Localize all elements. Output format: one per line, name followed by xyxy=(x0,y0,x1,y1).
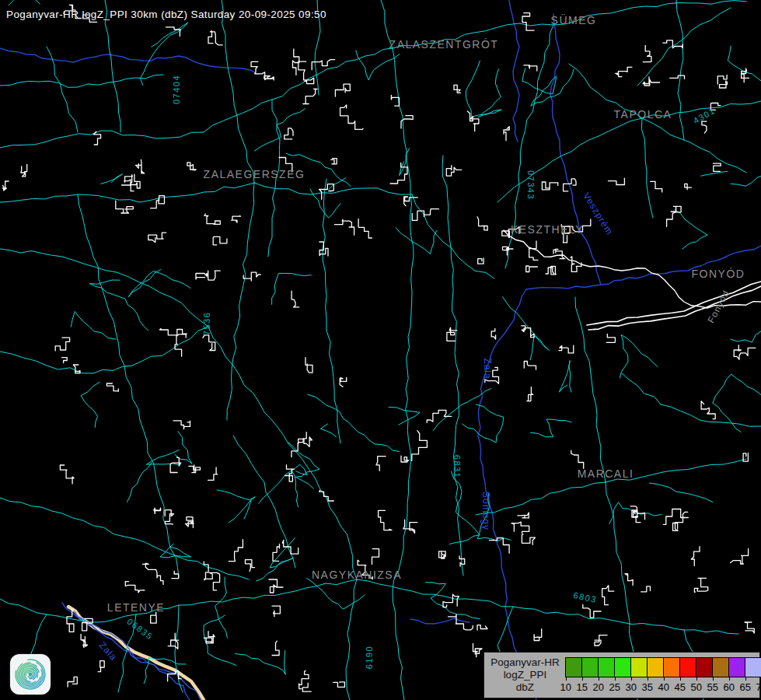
city-label: ZALASZENTGRÓT xyxy=(389,38,499,51)
road-number-label: 7536 xyxy=(202,312,211,335)
road-number-label: 07404 xyxy=(172,75,181,104)
color-cell xyxy=(728,657,745,677)
scale-tick xyxy=(648,677,648,681)
scale-tick xyxy=(566,677,567,681)
scale-tick xyxy=(696,677,697,681)
scale-tick xyxy=(680,677,681,681)
scale-tick xyxy=(615,677,616,681)
city-label: FONYÓD xyxy=(692,268,745,280)
city-label: ZALAEGERSZEG xyxy=(204,168,305,180)
labels-layer: SÜMEGZALASZENTGRÓTTAPOLCAZALAEGERSZEGKES… xyxy=(97,13,745,669)
radar-title: Poganyvar-HR logZ_PPI 30km (dbZ) Saturda… xyxy=(6,9,326,20)
color-cell xyxy=(679,657,696,677)
city-label: LETENYE xyxy=(107,601,165,614)
water-label: Veszprém xyxy=(581,191,615,236)
scale-tick xyxy=(664,677,665,681)
legend-titles: Poganyvar-HR logZ_PPI dbZ xyxy=(490,656,560,694)
color-cells xyxy=(566,657,761,676)
scale-tick xyxy=(729,677,730,681)
radar-viewport: SÜMEGZALASZENTGRÓTTAPOLCAZALAEGERSZEGKES… xyxy=(0,0,761,700)
scale-tick xyxy=(599,677,599,681)
reflectivity-legend: Poganyvar-HR logZ_PPI dbZ 10152025303540… xyxy=(483,652,760,698)
radar-spiral-logo xyxy=(10,654,51,695)
minor-roads-layer xyxy=(9,0,761,684)
color-cell xyxy=(614,657,631,677)
legend-site-label: Poganyvar-HR xyxy=(490,656,560,669)
color-cell xyxy=(598,657,615,677)
scale-tick-value: 70 xyxy=(750,681,761,693)
road-number-label: 07343 xyxy=(526,170,536,200)
color-cell xyxy=(745,657,761,677)
scale-tick xyxy=(582,677,583,681)
water-label: Zala xyxy=(482,358,493,379)
road-number-label: 6831 xyxy=(452,455,462,478)
legend-unit-label: dbZ xyxy=(490,681,560,694)
scale-tick xyxy=(745,677,746,681)
city-label: NAGYKANIZSA xyxy=(312,569,402,581)
color-cell xyxy=(565,657,582,677)
scale-tick xyxy=(631,677,632,681)
color-scale: 10152025303540455055606570 xyxy=(566,656,755,695)
color-cell xyxy=(696,657,713,677)
scale-tick xyxy=(713,677,714,681)
roads-layer xyxy=(0,0,761,700)
color-cell xyxy=(647,657,664,677)
spiral-icon xyxy=(13,657,47,691)
color-cell xyxy=(663,657,680,677)
city-label: MARCALI xyxy=(578,467,634,480)
road-number-label: 6803 xyxy=(573,590,598,604)
color-cell xyxy=(630,657,648,677)
city-label: KESZTHELY xyxy=(511,223,584,236)
road-number-label: 6190 xyxy=(365,646,374,669)
legend-product-label: logZ_PPI xyxy=(490,669,560,681)
color-cell xyxy=(581,657,599,677)
radar-map: SÜMEGZALASZENTGRÓTTAPOLCAZALAEGERSZEGKES… xyxy=(0,0,761,700)
city-label: SÜMEG xyxy=(551,13,597,26)
lakeshore-layer xyxy=(504,230,761,330)
city-label: TAPOLCA xyxy=(614,108,672,121)
color-cell xyxy=(712,657,729,677)
rivers-layer xyxy=(0,0,761,700)
water-label: Somogy xyxy=(480,492,491,530)
